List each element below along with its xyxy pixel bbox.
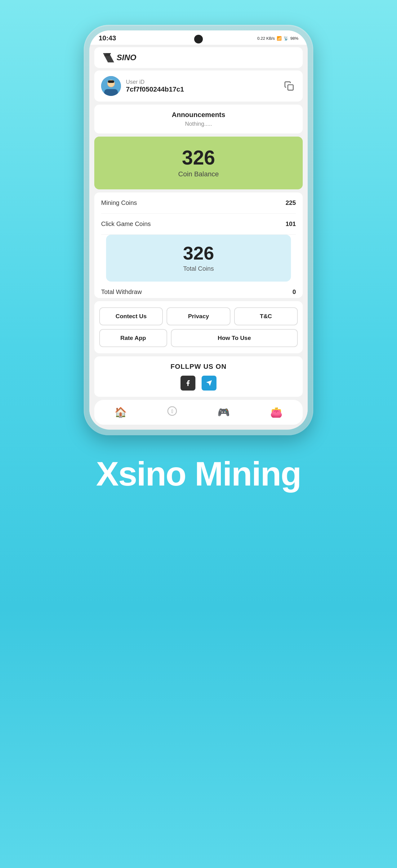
mining-coins-row: Mining Coins 225	[101, 192, 296, 214]
battery-icon: 98%	[290, 36, 298, 41]
wifi-icon: 📶	[277, 36, 282, 41]
status-icons: 0.22 KB/s 📶 📡 98%	[258, 36, 298, 41]
avatar	[101, 76, 121, 96]
camera-notch	[194, 35, 203, 43]
svg-rect-4	[104, 89, 118, 96]
app-logo: SINO	[103, 53, 136, 62]
copy-button[interactable]	[282, 79, 296, 93]
action-buttons: Contect Us Privacy T&C Rate App How To U…	[94, 301, 303, 353]
copy-icon	[284, 81, 294, 91]
click-game-label: Click Game Coins	[101, 220, 151, 227]
facebook-icon[interactable]	[180, 376, 195, 391]
status-bar: 10:43 0.22 KB/s 📶 📡 98%	[89, 30, 308, 45]
svg-text:₿: ₿	[171, 408, 173, 413]
svg-rect-7	[288, 85, 293, 90]
announcements-text: Nothing.....	[101, 121, 296, 127]
contact-us-button[interactable]: Contect Us	[99, 307, 163, 326]
click-game-row: Click Game Coins 101	[101, 214, 296, 235]
signal-icon: 📡	[284, 36, 289, 41]
logo-bar: SINO	[94, 47, 303, 68]
logo-icon	[103, 53, 114, 62]
network-speed: 0.22 KB/s	[258, 36, 275, 41]
total-withdraw-value: 0	[293, 288, 296, 296]
total-coins-number: 326	[113, 244, 284, 262]
nav-game[interactable]: 🎮	[210, 405, 237, 420]
big-title: Xsino Mining	[96, 454, 301, 493]
coin-balance-number: 326	[101, 148, 296, 168]
total-coins-label: Total Coins	[113, 265, 284, 272]
social-icons	[101, 376, 296, 391]
phone-screen: 10:43 0.22 KB/s 📶 📡 98% SINO	[89, 30, 308, 430]
nav-wallet[interactable]: 👛	[263, 405, 290, 420]
home-icon: 🏠	[114, 406, 127, 418]
click-game-value: 101	[286, 220, 296, 227]
user-left: User iD 7cf7f050244b17c1	[101, 76, 184, 96]
bottom-nav: 🏠 ₿ 🎮 👛	[94, 400, 303, 425]
svg-rect-6	[108, 81, 114, 83]
announcements-card: Announcements Nothing.....	[94, 104, 303, 133]
user-id-label: User iD	[126, 79, 184, 85]
mining-coins-value: 225	[286, 199, 296, 207]
user-uid: 7cf7f050244b17c1	[126, 85, 184, 93]
avatar-image	[101, 76, 121, 96]
btn-row-2: Rate App How To Use	[99, 329, 298, 347]
wallet-icon: 👛	[270, 406, 283, 418]
privacy-button[interactable]: Privacy	[167, 307, 230, 326]
user-info: User iD 7cf7f050244b17c1	[126, 79, 184, 93]
tnc-button[interactable]: T&C	[234, 307, 298, 326]
total-withdraw-label: Total Withdraw	[101, 288, 142, 296]
phone-frame: 10:43 0.22 KB/s 📶 📡 98% SINO	[84, 25, 313, 435]
total-coins-card: 326 Total Coins	[106, 235, 291, 282]
user-card: User iD 7cf7f050244b17c1	[94, 70, 303, 101]
logo-label: SINO	[117, 53, 136, 62]
coin-balance-card: 326 Coin Balance	[94, 136, 303, 189]
rate-app-button[interactable]: Rate App	[99, 329, 167, 347]
nav-mining[interactable]: ₿	[160, 405, 185, 420]
nav-home[interactable]: 🏠	[107, 405, 134, 420]
mining-icon: ₿	[167, 406, 177, 418]
follow-title: FOLLPW US ON	[101, 363, 296, 371]
how-to-use-button[interactable]: How To Use	[171, 329, 298, 347]
mining-coins-label: Mining Coins	[101, 199, 137, 207]
coin-balance-label: Coin Balance	[101, 170, 296, 178]
app-content: SINO User iD	[89, 47, 308, 425]
status-time: 10:43	[99, 34, 116, 42]
total-withdraw-row: Total Withdraw 0	[101, 282, 296, 298]
follow-section: FOLLPW US ON	[94, 356, 303, 397]
announcements-title: Announcements	[101, 111, 296, 119]
game-icon: 🎮	[218, 406, 230, 418]
stats-card: Mining Coins 225 Click Game Coins 101 32…	[94, 192, 303, 298]
btn-row-1: Contect Us Privacy T&C	[99, 307, 298, 326]
telegram-icon[interactable]	[202, 376, 217, 391]
